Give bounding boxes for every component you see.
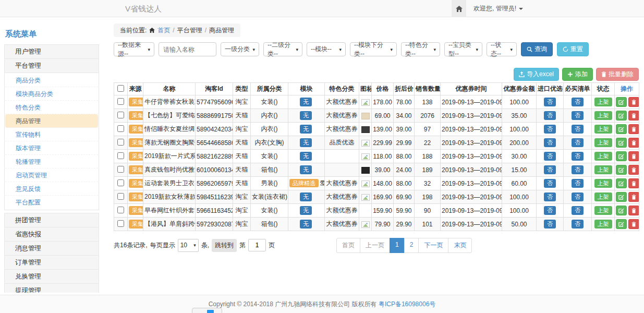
delete-button[interactable] xyxy=(628,206,639,215)
sidebar-item-version-management[interactable]: 版本管理 xyxy=(5,141,98,155)
mustbuy-toggle[interactable]: 否 xyxy=(572,111,584,119)
delete-button[interactable] xyxy=(628,124,639,134)
delete-button[interactable] xyxy=(628,111,639,121)
pager-next[interactable]: 下一页 xyxy=(418,238,448,253)
sidebar-section-users[interactable]: 用户管理 xyxy=(4,44,99,59)
sidebar-item-platform-config[interactable]: 平台配置 xyxy=(5,196,98,209)
pager-last[interactable]: 末页 xyxy=(448,238,472,253)
sidebar-item-promo-materials[interactable]: 宣传物料 xyxy=(5,128,98,141)
delete-button[interactable] xyxy=(628,97,639,107)
sidebar-item-splash-management[interactable]: 启动页管理 xyxy=(5,168,98,182)
imported-toggle[interactable]: 否 xyxy=(544,206,556,214)
sidebar-section-messages[interactable]: 消息管理 xyxy=(4,241,99,256)
status-toggle[interactable]: 上架 xyxy=(594,125,612,133)
filter-select-category1[interactable]: 一级分类▾ xyxy=(221,42,259,56)
edit-button[interactable] xyxy=(616,111,627,121)
sidebar-section-platform[interactable]: 平台管理 xyxy=(4,58,99,73)
sidebar-item-module-goods-category[interactable]: 模块商品分类 xyxy=(5,87,98,101)
edit-button[interactable] xyxy=(616,151,627,161)
sidebar-item-feature-category[interactable]: 特色分类 xyxy=(5,101,98,114)
pager-prev[interactable]: 上一页 xyxy=(360,238,390,253)
status-toggle[interactable]: 上架 xyxy=(594,220,612,228)
import-excel-button[interactable]: 导入excel xyxy=(514,68,559,81)
status-toggle[interactable]: 上架 xyxy=(594,152,612,160)
pager-first[interactable]: 首页 xyxy=(336,238,360,253)
mustbuy-toggle[interactable]: 否 xyxy=(572,125,584,133)
breadcrumb-home-link[interactable]: 首页 xyxy=(157,26,170,35)
filter-select-module-sub[interactable]: --模块下分类--▾ xyxy=(350,42,397,56)
sidebar-section-groupbuy[interactable]: 拼团管理 xyxy=(4,213,99,227)
filter-select-status[interactable]: --状态--▾ xyxy=(487,42,517,56)
delete-button[interactable] xyxy=(628,165,639,175)
edit-button[interactable] xyxy=(616,124,627,134)
user-menu[interactable]: 欢迎您, 管理员! xyxy=(473,0,523,17)
pager-page-1[interactable]: 1 xyxy=(390,238,405,253)
page-number-input[interactable] xyxy=(248,239,266,251)
row-checkbox[interactable] xyxy=(117,193,124,200)
floating-widget[interactable] xyxy=(192,308,222,313)
filter-select-feature[interactable]: --特色分类--▾ xyxy=(401,42,440,56)
sidebar-section-partial[interactable]: 提现管理 xyxy=(4,283,99,293)
icp-link[interactable]: 粤ICP备16098006号 xyxy=(379,300,435,308)
name-search-input[interactable] xyxy=(159,42,216,56)
status-toggle[interactable]: 上架 xyxy=(594,179,612,187)
delete-button[interactable] xyxy=(628,178,639,188)
status-toggle[interactable]: 上架 xyxy=(594,138,612,147)
mustbuy-toggle[interactable]: 否 xyxy=(572,206,584,214)
sidebar-item-goods-management[interactable]: 商品管理 xyxy=(5,114,98,128)
sidebar-section-exchange[interactable]: 兑换管理 xyxy=(4,269,99,284)
row-checkbox[interactable] xyxy=(117,112,124,118)
edit-button[interactable] xyxy=(616,206,627,215)
delete-button[interactable] xyxy=(628,219,639,229)
row-checkbox[interactable] xyxy=(117,166,124,173)
status-toggle[interactable]: 上架 xyxy=(594,98,612,106)
row-checkbox[interactable] xyxy=(117,98,124,105)
row-checkbox[interactable] xyxy=(117,125,124,132)
sidebar-item-feedback[interactable]: 意见反馈 xyxy=(5,182,98,196)
status-toggle[interactable]: 上架 xyxy=(594,165,612,174)
edit-button[interactable] xyxy=(616,97,627,107)
status-toggle[interactable]: 上架 xyxy=(594,192,612,201)
edit-button[interactable] xyxy=(616,219,627,229)
mustbuy-toggle[interactable]: 否 xyxy=(572,165,584,174)
edit-button[interactable] xyxy=(616,178,627,188)
imported-toggle[interactable]: 否 xyxy=(544,220,556,228)
row-checkbox[interactable] xyxy=(117,179,124,186)
imported-toggle[interactable]: 否 xyxy=(544,179,556,187)
mustbuy-toggle[interactable]: 否 xyxy=(572,138,584,147)
row-checkbox[interactable] xyxy=(117,139,124,146)
delete-button[interactable] xyxy=(628,151,639,161)
sidebar-item-goods-category[interactable]: 商品分类 xyxy=(5,74,98,87)
imported-toggle[interactable]: 否 xyxy=(544,192,556,201)
imported-toggle[interactable]: 否 xyxy=(544,125,556,133)
imported-toggle[interactable]: 否 xyxy=(544,98,556,106)
imported-toggle[interactable]: 否 xyxy=(544,152,556,160)
imported-toggle[interactable]: 否 xyxy=(544,138,556,147)
query-button[interactable]: 查询 xyxy=(521,42,553,56)
sidebar-section-express[interactable]: 省惠快报 xyxy=(4,227,99,242)
row-checkbox[interactable] xyxy=(117,207,124,213)
per-page-select[interactable]: 10▾ xyxy=(178,239,199,252)
reset-button[interactable]: 重置 xyxy=(557,42,589,56)
delete-button[interactable] xyxy=(628,138,639,148)
select-all-checkbox[interactable] xyxy=(117,85,124,92)
sidebar-item-carousel-management[interactable]: 轮播管理 xyxy=(5,155,98,168)
mustbuy-toggle[interactable]: 否 xyxy=(572,220,584,228)
imported-toggle[interactable]: 否 xyxy=(544,111,556,119)
row-checkbox[interactable] xyxy=(117,152,124,159)
filter-select-item-type[interactable]: --宝贝类型--▾ xyxy=(444,42,482,56)
filter-select-datasource[interactable]: --数据来源--▾ xyxy=(114,42,154,56)
edit-button[interactable] xyxy=(616,138,627,148)
add-button[interactable]: 添加 xyxy=(562,68,593,81)
sidebar-section-orders[interactable]: 订单管理 xyxy=(4,255,99,270)
status-toggle[interactable]: 上架 xyxy=(594,111,612,119)
status-toggle[interactable]: 上架 xyxy=(594,206,612,214)
mustbuy-toggle[interactable]: 否 xyxy=(572,98,584,106)
imported-toggle[interactable]: 否 xyxy=(544,165,556,174)
mustbuy-toggle[interactable]: 否 xyxy=(572,192,584,201)
batch-delete-button[interactable]: 批量删除 xyxy=(596,68,639,81)
mustbuy-toggle[interactable]: 否 xyxy=(572,179,584,187)
filter-select-category2[interactable]: --二级分类--▾ xyxy=(263,42,302,56)
filter-select-module[interactable]: --模块--▾ xyxy=(307,42,346,56)
home-button[interactable] xyxy=(452,0,466,17)
